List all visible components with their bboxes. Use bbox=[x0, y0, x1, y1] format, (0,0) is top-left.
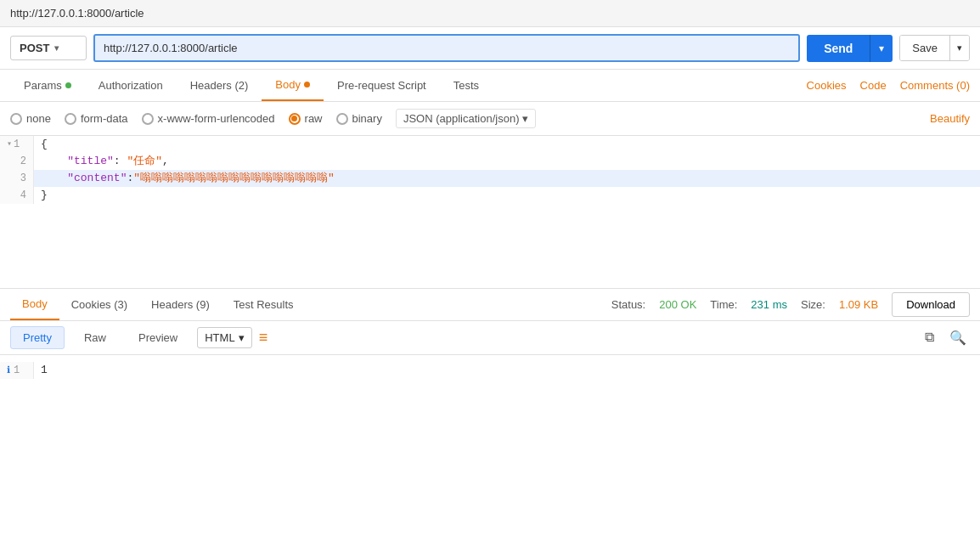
radio-binary[interactable]: binary bbox=[336, 112, 382, 125]
tabs-bar: Params Authorization Headers (2) Body Pr… bbox=[0, 70, 980, 102]
resp-tab-headers[interactable]: Headers (9) bbox=[139, 290, 222, 319]
val-content: "嗡嗡嗡嗡嗡嗡嗡嗡嗡嗡嗡嗡嗡嗡嗡嗡嗡" bbox=[133, 172, 335, 184]
line-number-3: 3 bbox=[20, 172, 26, 184]
json-format-select[interactable]: JSON (application/json) ▾ bbox=[396, 109, 537, 128]
line-number-2: 2 bbox=[20, 155, 26, 167]
response-status-area: Status: 200 OK Time: 231 ms Size: 1.09 K… bbox=[611, 292, 970, 317]
time-value: 231 ms bbox=[751, 298, 787, 311]
resp-line-1: ℹ 1 1 bbox=[0, 362, 980, 379]
size-label: Size: bbox=[801, 298, 825, 311]
time-label: Time: bbox=[710, 298, 737, 311]
line-gutter-4: 4 bbox=[0, 187, 34, 204]
line-content-2: "title": "任命", bbox=[34, 153, 176, 170]
pretty-button[interactable]: Pretty bbox=[10, 326, 65, 349]
radio-urlencoded[interactable]: x-www-form-urlencoded bbox=[142, 112, 275, 125]
method-chevron-icon: ▾ bbox=[54, 43, 59, 53]
resp-line-number-1: 1 bbox=[14, 362, 20, 379]
save-button[interactable]: Save bbox=[900, 36, 949, 60]
preview-bar: Pretty Raw Preview HTML ▾ ≡ ⧉ 🔍 bbox=[0, 321, 980, 355]
resp-content-1: 1 bbox=[34, 362, 54, 379]
send-dropdown-button[interactable]: ▾ bbox=[870, 35, 893, 62]
tab-body-label: Body bbox=[275, 78, 301, 91]
beautify-button[interactable]: Beautify bbox=[930, 112, 970, 125]
method-dropdown[interactable]: POST ▾ bbox=[10, 36, 87, 60]
resp-tab-test-results[interactable]: Test Results bbox=[222, 290, 306, 319]
radio-raw-label: raw bbox=[305, 112, 323, 125]
send-btn-group: Send ▾ bbox=[807, 35, 893, 62]
resp-tab-test-results-label: Test Results bbox=[234, 298, 294, 311]
tab-pre-request-label: Pre-request Script bbox=[337, 79, 426, 92]
raw-button[interactable]: Raw bbox=[71, 326, 119, 349]
html-format-select[interactable]: HTML ▾ bbox=[197, 327, 251, 348]
radio-raw[interactable]: raw bbox=[289, 112, 323, 125]
val-title: "任命" bbox=[127, 155, 162, 167]
key-title: "title" bbox=[67, 155, 114, 167]
line-number-1: 1 bbox=[14, 136, 20, 153]
radio-form-data[interactable]: form-data bbox=[65, 112, 128, 125]
save-dropdown-button[interactable]: ▾ bbox=[949, 36, 969, 60]
code-editor[interactable]: ▾ 1 { 2 "title": "任命", 3 "content":"嗡嗡嗡嗡… bbox=[0, 136, 980, 289]
radio-urlencoded-label: x-www-form-urlencoded bbox=[158, 112, 275, 125]
radio-none-label: none bbox=[26, 112, 51, 125]
code-line-3: 3 "content":"嗡嗡嗡嗡嗡嗡嗡嗡嗡嗡嗡嗡嗡嗡嗡嗡嗡" bbox=[0, 170, 980, 187]
resp-tab-body-label: Body bbox=[22, 297, 48, 310]
html-chevron-icon: ▾ bbox=[239, 331, 245, 344]
radio-binary-label: binary bbox=[352, 112, 382, 125]
line-gutter-1: ▾ 1 bbox=[0, 136, 34, 153]
tab-tests[interactable]: Tests bbox=[440, 71, 493, 100]
copy-icon[interactable]: ⧉ bbox=[921, 326, 938, 349]
tab-authorization[interactable]: Authorization bbox=[85, 71, 177, 100]
resp-gutter-1: ℹ 1 bbox=[0, 362, 34, 379]
status-value: 200 OK bbox=[659, 298, 696, 311]
tab-params-label: Params bbox=[24, 79, 62, 92]
save-btn-group: Save ▾ bbox=[899, 35, 970, 61]
size-value: 1.09 KB bbox=[839, 298, 878, 311]
radio-none[interactable]: none bbox=[10, 112, 51, 125]
wrap-icon[interactable]: ≡ bbox=[259, 329, 268, 347]
send-button[interactable]: Send bbox=[807, 35, 870, 62]
code-link[interactable]: Code bbox=[860, 79, 887, 92]
preview-right-icons: ⧉ 🔍 bbox=[921, 326, 970, 349]
url-input[interactable] bbox=[93, 34, 800, 62]
json-chevron-icon: ▾ bbox=[522, 112, 528, 125]
resp-tab-body[interactable]: Body bbox=[10, 289, 59, 320]
tab-params[interactable]: Params bbox=[10, 71, 85, 100]
radio-raw-circle bbox=[289, 113, 301, 125]
radio-form-data-label: form-data bbox=[81, 112, 128, 125]
json-format-label: JSON (application/json) bbox=[403, 112, 520, 125]
tab-pre-request[interactable]: Pre-request Script bbox=[324, 71, 440, 100]
line-number-4: 4 bbox=[20, 189, 26, 201]
code-line-2: 2 "title": "任命", bbox=[0, 153, 980, 170]
body-options-bar: none form-data x-www-form-urlencoded raw… bbox=[0, 102, 980, 136]
request-bar: POST ▾ Send ▾ Save ▾ bbox=[0, 27, 980, 70]
line-gutter-3: 3 bbox=[0, 170, 34, 187]
preview-button[interactable]: Preview bbox=[126, 326, 190, 349]
params-dot bbox=[65, 82, 71, 88]
line-content-4: } bbox=[34, 187, 54, 204]
resp-tab-cookies-label: Cookies (3) bbox=[71, 298, 127, 311]
line-content-3: "content":"嗡嗡嗡嗡嗡嗡嗡嗡嗡嗡嗡嗡嗡嗡嗡嗡嗡" bbox=[34, 170, 341, 187]
radio-binary-circle bbox=[336, 113, 348, 125]
resp-tab-cookies[interactable]: Cookies (3) bbox=[59, 290, 139, 319]
radio-urlencoded-circle bbox=[142, 113, 154, 125]
top-url-bar: http://127.0.0.1:8000/article bbox=[0, 0, 980, 27]
tab-headers-label: Headers (2) bbox=[190, 79, 249, 92]
download-button[interactable]: Download bbox=[892, 292, 970, 317]
search-icon[interactable]: 🔍 bbox=[946, 326, 970, 349]
tab-body[interactable]: Body bbox=[262, 70, 324, 101]
status-label: Status: bbox=[611, 298, 645, 311]
resp-tab-headers-label: Headers (9) bbox=[151, 298, 210, 311]
tab-tests-label: Tests bbox=[453, 79, 479, 92]
code-line-4: 4 } bbox=[0, 187, 980, 204]
html-format-label: HTML bbox=[205, 331, 234, 344]
response-tabs-bar: Body Cookies (3) Headers (9) Test Result… bbox=[0, 289, 980, 321]
line-content-1: { bbox=[34, 136, 54, 153]
radio-none-circle bbox=[10, 113, 22, 125]
info-icon: ℹ bbox=[7, 362, 10, 379]
cookies-link[interactable]: Cookies bbox=[807, 79, 847, 92]
code-line-1: ▾ 1 { bbox=[0, 136, 980, 153]
comments-link[interactable]: Comments (0) bbox=[900, 79, 970, 92]
method-label: POST bbox=[20, 42, 49, 54]
tab-headers[interactable]: Headers (2) bbox=[177, 71, 262, 100]
resp-value-1: 1 bbox=[41, 364, 48, 376]
